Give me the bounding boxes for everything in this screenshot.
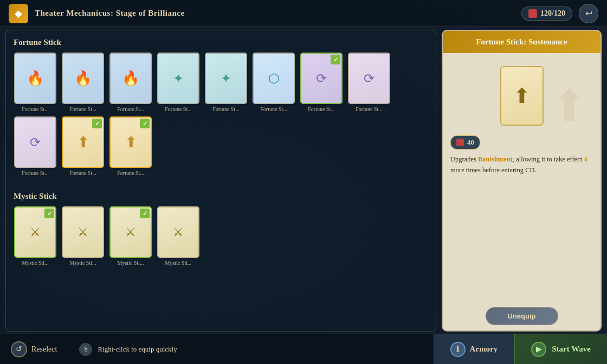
detail-card-symbol-icon: ⬆	[513, 84, 531, 108]
fortune-card-img-7: ✓ ⟳	[300, 53, 343, 104]
mystic-card-label-3: Mystic Sti...	[109, 260, 152, 266]
mystic-card-3[interactable]: ✓ ⚔ Mystic Sti...	[109, 206, 152, 266]
back-button[interactable]: ↩	[579, 4, 598, 23]
mystic-card-label-1: Mystic Sti...	[14, 260, 57, 266]
fortune-card-label-2: Fortune St...	[61, 106, 105, 112]
mystic-card-4[interactable]: ⚔ Mystic Sti...	[157, 206, 200, 266]
fortune-card-img-1: 🔥	[14, 53, 56, 104]
hint-area: 🖱 Right-click to equip quickly	[68, 343, 433, 356]
mystic-card-label-2: Mystic Sti...	[61, 260, 105, 266]
detail-title: Fortune Stick: Sustenance	[443, 31, 600, 53]
fortune-card-label-7: Fortune St...	[300, 106, 343, 112]
detail-icon-area: ⬆ ⬆	[450, 61, 593, 131]
header: ◆ Theater Mechanicus: Stage of Brillianc…	[0, 0, 607, 27]
cost-badge: 40	[450, 135, 480, 150]
energy-value: 120/120	[540, 9, 565, 18]
fortune-card-img-6: ⬡	[253, 53, 295, 104]
check-badge-m3: ✓	[140, 209, 150, 218]
check-badge-7: ✓	[331, 55, 340, 64]
fortune-card-7[interactable]: ✓ ⟳ Fortune St...	[300, 53, 343, 112]
fortune-card-4[interactable]: ✦ Fortune St...	[157, 53, 200, 112]
start-wave-label: Start Wave	[552, 344, 591, 354]
fortune-card-9[interactable]: ⟳ Fortune St...	[14, 116, 57, 176]
fortune-card-2[interactable]: 🔥 Fortune St...	[61, 53, 105, 112]
fortune-card-label-1: Fortune St...	[14, 106, 57, 112]
fortune-card-label-6: Fortune St...	[252, 106, 295, 112]
fortune-card-6[interactable]: ⬡ Fortune St...	[252, 53, 295, 112]
fortune-card-5[interactable]: ✦ Fortune St...	[204, 53, 248, 112]
desc-num: 4	[584, 155, 587, 163]
reselect-label: Reselect	[31, 345, 57, 354]
detail-description: Upgrades Banishment, allowing it to take…	[450, 154, 593, 294]
cost-value: 40	[467, 138, 474, 147]
hint-text: Right-click to equip quickly	[98, 345, 177, 354]
fortune-card-1[interactable]: 🔥 Fortune St...	[14, 53, 57, 112]
fortune-card-img-2: 🔥	[62, 53, 104, 104]
fortune-card-img-8: ⟳	[348, 53, 390, 104]
fortune-card-label-5: Fortune St...	[204, 106, 248, 112]
check-badge-m1: ✓	[44, 209, 54, 218]
armory-button[interactable]: ℹ Armory	[434, 334, 515, 364]
bottom-bar: ↺ Reselect 🖱 Right-click to equip quickl…	[0, 334, 607, 364]
detail-footer: Unequip	[443, 302, 600, 330]
fortune-card-label-10: Fortune St...	[61, 170, 105, 176]
page-title: Theater Mechanicus: Stage of Brilliance	[35, 9, 185, 18]
logo-icon: ◆	[9, 4, 28, 23]
main-content: Fortune Stick 🔥 Fortune St... 🔥 Fortune …	[5, 30, 602, 332]
fortune-stick-grid: 🔥 Fortune St... 🔥 Fortune St... 🔥 Fortun…	[14, 53, 428, 176]
armory-label: Armory	[470, 344, 498, 354]
fortune-card-label-11: Fortune St...	[109, 170, 152, 176]
fortune-card-img-4: ✦	[157, 53, 199, 104]
mystic-card-img-4: ⚔	[157, 206, 199, 258]
fortune-card-img-9: ⟳	[14, 116, 56, 168]
fortune-card-3[interactable]: 🔥 Fortune St...	[109, 53, 152, 112]
fortune-card-img-11: ✓ ⬆	[109, 116, 152, 168]
mystic-card-2[interactable]: ⚔ Mystic Sti...	[61, 206, 105, 266]
fortune-card-10[interactable]: ✓ ⬆ Fortune St...	[61, 116, 105, 176]
mystic-card-1[interactable]: ✓ ⚔ Mystic Sti...	[14, 206, 57, 266]
card-list-panel: Fortune Stick 🔥 Fortune St... 🔥 Fortune …	[5, 30, 436, 332]
fortune-card-8[interactable]: ⟳ Fortune St...	[347, 53, 391, 112]
bottom-actions: ℹ Armory ▶ Start Wave	[434, 334, 607, 364]
fortune-card-img-3: 🔥	[109, 53, 152, 104]
section-divider	[14, 185, 428, 185]
start-wave-button[interactable]: ▶ Start Wave	[514, 334, 607, 364]
check-badge-11: ✓	[140, 119, 150, 128]
armory-icon: ℹ	[450, 342, 466, 357]
detail-panel: Fortune Stick: Sustenance ⬆ ⬆ 40 Upgrade…	[442, 30, 602, 332]
mystic-card-img-1: ✓ ⚔	[14, 206, 56, 258]
energy-display: 120/120	[521, 6, 572, 21]
unequip-button[interactable]: Unequip	[486, 307, 558, 325]
fortune-card-label-8: Fortune St...	[347, 106, 391, 112]
fortune-card-label-4: Fortune St...	[157, 106, 200, 112]
fortune-stick-title: Fortune Stick	[14, 38, 428, 47]
mystic-card-img-3: ✓ ⚔	[109, 206, 152, 258]
start-wave-icon: ▶	[531, 342, 546, 357]
detail-card-image: ⬆	[500, 66, 544, 126]
mystic-card-img-2: ⚔	[62, 206, 104, 258]
fortune-card-label-9: Fortune St...	[14, 170, 57, 176]
desc-mid: , allowing it to take effect	[513, 155, 584, 163]
check-badge-10: ✓	[92, 119, 102, 128]
detail-bg-decoration: ⬆	[551, 81, 587, 131]
desc-highlight: Banishment	[478, 155, 513, 163]
fortune-card-img-5: ✦	[205, 53, 247, 104]
fortune-card-label-3: Fortune St...	[109, 106, 152, 112]
fortune-card-11[interactable]: ✓ ⬆ Fortune St...	[109, 116, 152, 176]
mystic-card-label-4: Mystic Sti...	[157, 260, 200, 266]
reselect-icon: ↺	[11, 341, 27, 358]
desc-pre: Upgrades	[450, 155, 478, 163]
energy-icon	[528, 9, 537, 18]
header-right: 120/120 ↩	[521, 4, 598, 23]
mystic-stick-grid: ✓ ⚔ Mystic Sti... ⚔ Mystic Sti... ✓ ⚔ My…	[14, 206, 428, 266]
fortune-card-img-10: ✓ ⬆	[62, 116, 104, 168]
hint-icon: 🖱	[79, 343, 92, 356]
cost-icon	[456, 139, 464, 146]
detail-body: ⬆ ⬆ 40 Upgrades Banishment, allowing it …	[443, 53, 600, 302]
reselect-button[interactable]: ↺ Reselect	[0, 334, 68, 364]
desc-post: more times before entering CD.	[450, 166, 537, 174]
mystic-stick-title: Mystic Stick	[14, 192, 428, 201]
